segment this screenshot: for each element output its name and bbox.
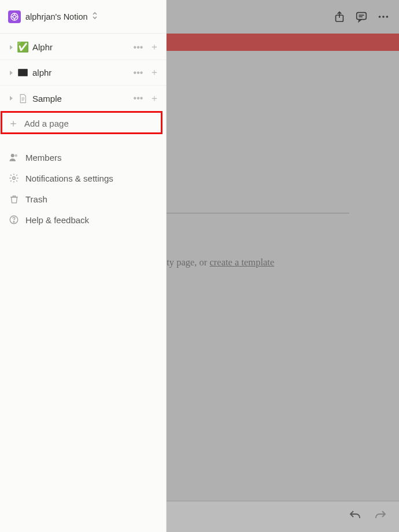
- chevron-right-icon[interactable]: [6, 70, 16, 76]
- share-icon[interactable]: [332, 9, 347, 24]
- help-menu-item[interactable]: Help & feedback: [0, 209, 166, 230]
- trash-icon: [8, 194, 20, 204]
- menu-label: Help & feedback: [25, 215, 89, 225]
- trash-menu-item[interactable]: Trash: [0, 189, 166, 209]
- page-more-icon[interactable]: •••: [132, 42, 144, 53]
- page-label: alphr: [32, 68, 132, 77]
- workspace-name: alphrjan's Notion: [25, 12, 88, 21]
- chevron-right-icon[interactable]: [6, 45, 16, 50]
- svg-point-4: [379, 16, 381, 18]
- page-add-child-icon[interactable]: ＋: [149, 41, 160, 53]
- svg-point-18: [13, 177, 16, 180]
- expand-icon: [91, 12, 98, 22]
- redo-icon[interactable]: [374, 509, 387, 525]
- pages-list: ✅ Alphr ••• ＋ alphr ••• ＋: [0, 34, 166, 135]
- menu-label: Trash: [25, 194, 47, 204]
- add-page-label: Add a page: [24, 119, 69, 128]
- page-more-icon[interactable]: •••: [132, 93, 144, 104]
- svg-rect-1: [357, 13, 367, 20]
- more-icon[interactable]: [376, 9, 391, 24]
- menu-label: Members: [25, 153, 62, 162]
- menu-label: Notifications & settings: [25, 173, 113, 183]
- comments-icon[interactable]: [354, 9, 369, 24]
- page-add-child-icon[interactable]: ＋: [149, 66, 160, 79]
- page-emoji-icon: ✅: [16, 41, 29, 53]
- svg-point-8: [13, 15, 16, 18]
- svg-point-16: [11, 154, 14, 157]
- page-more-icon[interactable]: •••: [132, 68, 144, 78]
- gear-icon: [8, 173, 20, 183]
- members-menu-item[interactable]: Members: [0, 147, 166, 168]
- svg-point-17: [15, 154, 18, 157]
- page-emoji-icon: [16, 69, 29, 76]
- sidebar-page-item[interactable]: alphr ••• ＋: [0, 60, 166, 86]
- members-icon: [8, 152, 20, 162]
- sidebar-page-item[interactable]: Sample ••• ＋: [0, 86, 166, 111]
- add-page-button[interactable]: ＋ Add a page: [0, 112, 166, 134]
- page-label: Alphr: [32, 42, 132, 52]
- chevron-right-icon[interactable]: [6, 95, 16, 101]
- create-template-link[interactable]: create a template: [209, 257, 274, 268]
- undo-icon[interactable]: [348, 509, 362, 525]
- page-add-child-icon[interactable]: ＋: [149, 93, 160, 105]
- sidebar-utilities: Members Notifications & settings Trash H…: [0, 147, 166, 230]
- workspace-icon: [8, 10, 21, 23]
- svg-point-20: [13, 221, 14, 223]
- svg-point-6: [386, 16, 389, 18]
- document-icon: [16, 94, 29, 104]
- sidebar-page-item[interactable]: ✅ Alphr ••• ＋: [0, 35, 166, 60]
- plus-icon: ＋: [8, 116, 19, 130]
- svg-point-5: [382, 16, 385, 18]
- page-label: Sample: [32, 94, 132, 104]
- help-icon: [8, 215, 20, 225]
- sidebar: alphrjan's Notion ✅ Alphr ••• ＋: [0, 0, 167, 532]
- hint-text: pty page, or: [162, 257, 209, 268]
- settings-menu-item[interactable]: Notifications & settings: [0, 168, 166, 189]
- workspace-switcher[interactable]: alphrjan's Notion: [0, 0, 166, 34]
